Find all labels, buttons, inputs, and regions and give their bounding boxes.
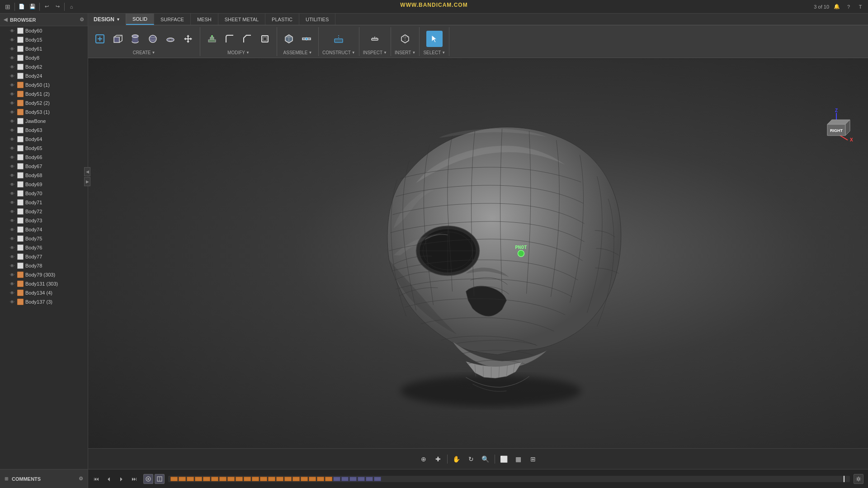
browser-item[interactable]: 👁Body52 (2) bbox=[0, 99, 88, 108]
browser-item[interactable]: 👁Body62 bbox=[0, 62, 88, 71]
tab-plastic[interactable]: PLASTIC bbox=[265, 14, 299, 25]
visibility-icon[interactable]: 👁 bbox=[9, 154, 15, 160]
display-wireframe-btn[interactable]: ⬜ bbox=[498, 453, 510, 465]
browser-item[interactable]: 👁Body60 bbox=[0, 26, 88, 35]
visibility-icon[interactable]: 👁 bbox=[9, 100, 15, 106]
tab-mesh[interactable]: MESH bbox=[191, 14, 218, 25]
visibility-icon[interactable]: 👁 bbox=[9, 73, 15, 79]
visibility-icon[interactable]: 👁 bbox=[9, 37, 15, 43]
visibility-icon[interactable]: 👁 bbox=[9, 118, 15, 124]
timeline-tool-1[interactable] bbox=[143, 474, 153, 484]
visibility-icon[interactable]: 👁 bbox=[9, 217, 15, 224]
browser-settings-icon[interactable]: ⚙ bbox=[80, 17, 84, 23]
modify-press-pull-btn[interactable] bbox=[204, 31, 220, 47]
apps-button[interactable]: ⊞ bbox=[4, 3, 12, 11]
view-cube[interactable]: Z X RIGHT bbox=[818, 108, 854, 145]
browser-item[interactable]: 👁Body67 bbox=[0, 162, 88, 171]
timeline-item[interactable] bbox=[203, 477, 210, 481]
timeline-item[interactable] bbox=[244, 477, 251, 481]
browser-item[interactable]: 👁Body71 bbox=[0, 198, 88, 207]
modify-shell-btn[interactable] bbox=[257, 31, 273, 47]
browser-item[interactable]: 👁Body24 bbox=[0, 71, 88, 80]
joint-origin-btn[interactable]: ✚ bbox=[432, 453, 444, 465]
tab-utilities[interactable]: UTILITIES bbox=[299, 14, 335, 25]
play-back-btn[interactable]: ⏮ bbox=[91, 474, 102, 484]
browser-item[interactable]: 👁Body70 bbox=[0, 189, 88, 198]
timeline-tool-2[interactable] bbox=[155, 474, 165, 484]
visibility-icon[interactable]: 👁 bbox=[9, 82, 15, 88]
timeline-item[interactable] bbox=[227, 477, 235, 481]
visibility-icon[interactable]: 👁 bbox=[9, 28, 15, 34]
visibility-icon[interactable]: 👁 bbox=[9, 263, 15, 269]
visibility-icon[interactable]: 👁 bbox=[9, 46, 15, 52]
timeline-item[interactable] bbox=[276, 477, 283, 481]
timeline-item[interactable] bbox=[211, 477, 218, 481]
create-move-btn[interactable] bbox=[180, 31, 196, 47]
browser-item[interactable]: 👁Body137 (3) bbox=[0, 297, 88, 306]
visibility-icon[interactable]: 👁 bbox=[9, 226, 15, 233]
pan-btn[interactable]: ✋ bbox=[450, 453, 463, 465]
browser-item[interactable]: 👁Body64 bbox=[0, 135, 88, 144]
browser-item[interactable]: 👁Body131 (303) bbox=[0, 279, 88, 288]
create-box-btn[interactable] bbox=[109, 31, 126, 47]
browser-item[interactable]: 👁Body8 bbox=[0, 53, 88, 62]
timeline-settings-btn[interactable] bbox=[854, 474, 863, 484]
timeline-item[interactable] bbox=[236, 477, 243, 481]
visibility-icon[interactable]: 👁 bbox=[9, 199, 15, 206]
construct-offset-plane-btn[interactable] bbox=[330, 31, 347, 47]
timeline-item[interactable] bbox=[366, 477, 373, 481]
create-new-component-btn[interactable] bbox=[92, 31, 108, 47]
visibility-icon[interactable]: 👁 bbox=[9, 55, 15, 61]
timeline-item[interactable] bbox=[301, 477, 308, 481]
visibility-icon[interactable]: 👁 bbox=[9, 172, 15, 178]
browser-item[interactable]: 👁Body51 (2) bbox=[0, 89, 88, 99]
browser-item[interactable]: 👁Body74 bbox=[0, 225, 88, 234]
insert-insert-mesh-btn[interactable] bbox=[397, 31, 413, 47]
visibility-icon[interactable]: 👁 bbox=[9, 145, 15, 151]
browser-item[interactable]: 👁Body66 bbox=[0, 153, 88, 162]
timeline-track[interactable] bbox=[168, 476, 850, 482]
browser-item[interactable]: 👁Body53 (1) bbox=[0, 108, 88, 117]
timeline-item[interactable] bbox=[219, 477, 226, 481]
notifications-icon[interactable]: 🔔 bbox=[833, 3, 841, 11]
visibility-icon[interactable]: 👁 bbox=[9, 136, 15, 142]
visibility-icon[interactable]: 👁 bbox=[9, 272, 15, 278]
assemble-new-component-btn[interactable] bbox=[281, 31, 297, 47]
timeline-item[interactable] bbox=[309, 477, 316, 481]
browser-item[interactable]: 👁Body50 (1) bbox=[0, 80, 88, 89]
visibility-icon[interactable]: 👁 bbox=[9, 109, 15, 115]
display-options-btn[interactable]: ⊞ bbox=[527, 453, 539, 465]
visibility-icon[interactable]: 👁 bbox=[9, 127, 15, 133]
play-prev-btn[interactable]: ⏴ bbox=[104, 474, 114, 484]
select-cursor-btn[interactable] bbox=[426, 31, 443, 47]
modify-chamfer-btn[interactable] bbox=[239, 31, 255, 47]
create-torus-btn[interactable] bbox=[162, 31, 179, 47]
side-btn-2[interactable]: ▶ bbox=[84, 177, 90, 186]
tab-surface[interactable]: SURFACE bbox=[154, 14, 191, 25]
assemble-joint-btn[interactable] bbox=[298, 31, 315, 47]
timeline-playhead[interactable] bbox=[844, 476, 844, 482]
browser-item[interactable]: 👁Body72 bbox=[0, 207, 88, 216]
timeline-item[interactable] bbox=[195, 477, 202, 481]
timeline-item[interactable] bbox=[341, 477, 349, 481]
play-end-btn[interactable]: ⏭ bbox=[129, 474, 140, 484]
play-next-btn[interactable]: ⏵ bbox=[116, 474, 127, 484]
design-dropdown[interactable]: DESIGN ▼ bbox=[88, 14, 126, 25]
display-grid-btn[interactable]: ▦ bbox=[512, 453, 525, 465]
browser-item[interactable]: 👁Body68 bbox=[0, 171, 88, 180]
browser-item[interactable]: 👁Body63 bbox=[0, 126, 88, 135]
timeline-item[interactable] bbox=[268, 477, 275, 481]
browser-item[interactable]: 👁Body76 bbox=[0, 243, 88, 252]
orbit-btn[interactable]: ↻ bbox=[465, 453, 477, 465]
timeline-item[interactable] bbox=[284, 477, 292, 481]
timeline-item[interactable] bbox=[170, 477, 178, 481]
visibility-icon[interactable]: 👁 bbox=[9, 235, 15, 242]
visibility-icon[interactable]: 👁 bbox=[9, 244, 15, 251]
inspect-measure-btn[interactable] bbox=[367, 31, 383, 47]
browser-item[interactable]: 👁Body75 bbox=[0, 234, 88, 243]
browser-item[interactable]: 👁Body73 bbox=[0, 216, 88, 225]
create-cylinder-btn[interactable] bbox=[127, 31, 143, 47]
tab-solid[interactable]: SOLID bbox=[126, 14, 154, 25]
visibility-icon[interactable]: 👁 bbox=[9, 208, 15, 215]
side-btn-1[interactable]: ◀ bbox=[84, 167, 90, 176]
